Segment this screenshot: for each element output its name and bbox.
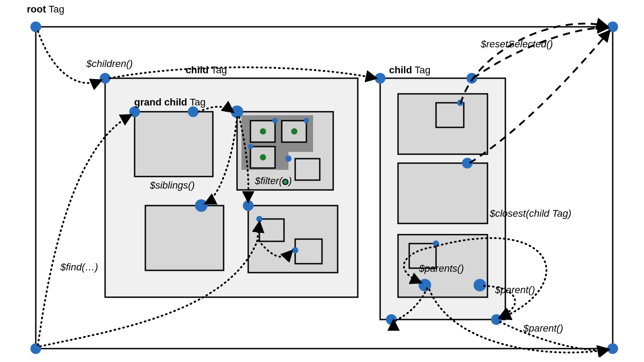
svg-point-11 (291, 128, 297, 135)
grandchild-box-tl (135, 112, 213, 177)
svg-rect-22 (295, 239, 322, 264)
svg-rect-16 (295, 159, 320, 180)
child2-inner-2 (398, 163, 487, 223)
children-method-label: $children() (86, 58, 133, 70)
grandchild-box-bl (145, 206, 224, 270)
filter-method-label: $filter() (255, 175, 292, 187)
grandchild-label: grand child Tag (134, 97, 206, 108)
svg-point-19 (243, 200, 254, 211)
parent1-method-label: $parent() (495, 284, 535, 296)
svg-point-25 (466, 73, 477, 84)
child2-label: child Tag (389, 64, 431, 76)
child1-label: child Tag (186, 64, 227, 76)
svg-point-9 (272, 118, 278, 123)
svg-point-17 (285, 156, 292, 162)
filter-dot-icon (282, 179, 288, 185)
reset-selected-method-label: $resetSelected() (481, 38, 553, 50)
svg-point-24 (375, 73, 386, 84)
svg-point-2 (30, 343, 41, 354)
svg-point-26 (386, 314, 397, 325)
svg-point-1 (607, 21, 618, 32)
svg-point-8 (260, 128, 266, 135)
svg-point-18 (195, 199, 208, 212)
svg-point-23 (292, 247, 298, 253)
svg-point-14 (260, 154, 266, 160)
parent2-method-label: $parent() (523, 323, 563, 334)
svg-point-27 (491, 314, 502, 325)
parents-method-label: $parents() (419, 263, 464, 274)
root-label: root Tag (27, 4, 64, 15)
closest-method-label: $closest(child Tag) (490, 208, 572, 219)
svg-point-3 (607, 343, 618, 354)
svg-point-0 (30, 21, 41, 32)
svg-point-15 (248, 144, 253, 149)
svg-point-12 (304, 118, 309, 123)
siblings-method-label: $siblings() (150, 180, 195, 191)
svg-point-21 (256, 216, 263, 222)
svg-rect-28 (436, 103, 464, 127)
svg-point-34 (474, 279, 486, 291)
svg-rect-20 (259, 219, 284, 241)
find-method-label: $find(…) (60, 261, 98, 273)
